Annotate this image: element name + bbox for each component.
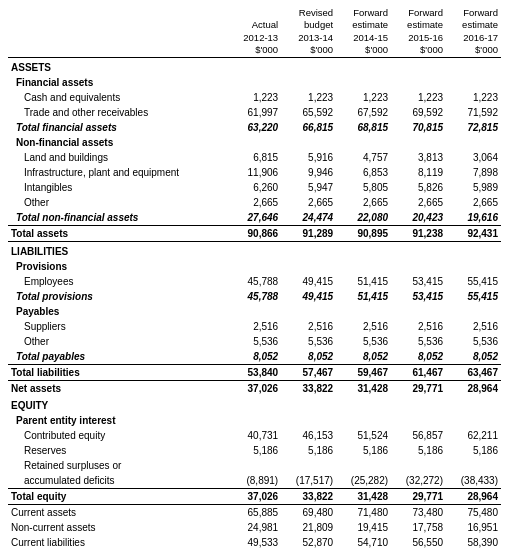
col-actual-header: Actual2012-13$'000 bbox=[229, 6, 281, 58]
row-current-liabilities: Current liabilities 49,533 52,870 54,710… bbox=[8, 535, 501, 550]
row-total-financial-assets: Total financial assets 63,220 66,815 68,… bbox=[8, 120, 501, 135]
row-total-payables: Total payables 8,052 8,052 8,052 8,052 8… bbox=[8, 349, 501, 365]
row-retained-surpluses-label1: Retained surpluses or bbox=[8, 458, 501, 473]
col-fwd3-header: Forwardestimate2016-17$'000 bbox=[446, 6, 501, 58]
subsection-parent-entity: Parent entity interest bbox=[8, 413, 501, 428]
section-liabilities: LIABILITIES bbox=[8, 242, 501, 260]
row-cash-equivalents: Cash and equivalents 1,223 1,223 1,223 1… bbox=[8, 90, 501, 105]
row-non-current-assets: Non-current assets 24,981 21,809 19,415 … bbox=[8, 520, 501, 535]
row-retained-surpluses-label2: accumulated deficits (8,891) (17,517) (2… bbox=[8, 473, 501, 489]
row-other-nfa: Other 2,665 2,665 2,665 2,665 2,665 bbox=[8, 195, 501, 210]
row-land-buildings: Land and buildings 6,815 5,916 4,757 3,8… bbox=[8, 150, 501, 165]
row-total-provisions: Total provisions 45,788 49,415 51,415 53… bbox=[8, 289, 501, 304]
section-equity: EQUITY bbox=[8, 396, 501, 413]
subsection-payables: Payables bbox=[8, 304, 501, 319]
subsection-non-financial-assets: Non-financial assets bbox=[8, 135, 501, 150]
row-total-equity: Total equity 37,026 33,822 31,428 29,771… bbox=[8, 489, 501, 505]
row-total-assets: Total assets 90,866 91,289 90,895 91,238… bbox=[8, 226, 501, 242]
financial-table: Actual2012-13$'000 Revisedbudget2013-14$… bbox=[8, 6, 501, 552]
row-total-non-financial-assets: Total non-financial assets 27,646 24,474… bbox=[8, 210, 501, 226]
row-infrastructure: Infrastructure, plant and equipment 11,9… bbox=[8, 165, 501, 180]
section-assets: ASSETS bbox=[8, 58, 501, 76]
row-suppliers: Suppliers 2,516 2,516 2,516 2,516 2,516 bbox=[8, 319, 501, 334]
row-employees: Employees 45,788 49,415 51,415 53,415 55… bbox=[8, 274, 501, 289]
col-fwd2-header: Forwardestimate2015-16$'000 bbox=[391, 6, 446, 58]
col-label-header bbox=[8, 6, 229, 58]
subsection-provisions: Provisions bbox=[8, 259, 501, 274]
row-reserves: Reserves 5,186 5,186 5,186 5,186 5,186 bbox=[8, 443, 501, 458]
col-revised-header: Revisedbudget2013-14$'000 bbox=[281, 6, 336, 58]
row-contributed-equity: Contributed equity 40,731 46,153 51,524 … bbox=[8, 428, 501, 443]
row-intangibles: Intangibles 6,260 5,947 5,805 5,826 5,98… bbox=[8, 180, 501, 195]
row-current-assets: Current assets 65,885 69,480 71,480 73,4… bbox=[8, 505, 501, 521]
col-fwd1-header: Forwardestimate2014-15$'000 bbox=[336, 6, 391, 58]
subsection-financial-assets: Financial assets bbox=[8, 75, 501, 90]
row-trade-receivables: Trade and other receivables 61,997 65,59… bbox=[8, 105, 501, 120]
row-net-assets: Net assets 37,026 33,822 31,428 29,771 2… bbox=[8, 381, 501, 397]
row-total-liabilities: Total liabilities 53,840 57,467 59,467 6… bbox=[8, 365, 501, 381]
row-other-payables: Other 5,536 5,536 5,536 5,536 5,536 bbox=[8, 334, 501, 349]
